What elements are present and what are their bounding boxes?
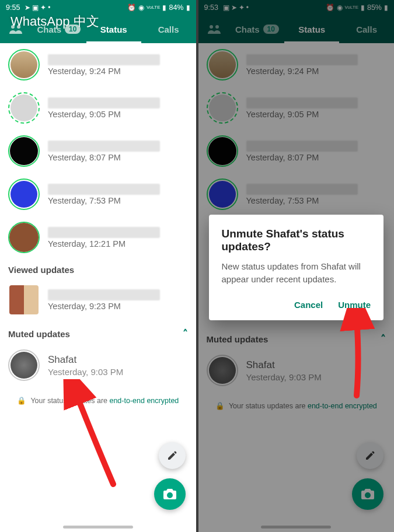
lte-icon: VoLTE <box>147 5 160 10</box>
status-list[interactable]: Yesterday, 9:24 PM Yesterday, 9:05 PM Ye… <box>0 43 196 532</box>
muted-status-row[interactable]: Shafat Yesterday, 9:03 PM <box>0 344 196 387</box>
section-viewed-label: Viewed updates <box>8 265 74 275</box>
battery-text: 84% <box>169 4 183 12</box>
status-row[interactable]: Yesterday, 9:05 PM <box>0 86 196 130</box>
chats-badge: 10 <box>65 24 81 34</box>
status-ring <box>8 49 40 80</box>
status-ring <box>8 178 40 210</box>
camera-fab[interactable] <box>154 478 186 510</box>
wifi-icon: ◉ <box>138 4 144 11</box>
avatar <box>10 137 38 165</box>
status-ring <box>8 349 40 381</box>
status-ring <box>8 135 40 167</box>
status-time: Yesterday, 8:07 PM <box>48 153 188 162</box>
status-row[interactable]: Yesterday, 7:53 PM <box>0 173 196 216</box>
status-time: Yesterday, 9:24 PM <box>48 66 188 76</box>
android-status-bar: 9:55 ➤ ▣ ✦ • ⏰ ◉ VoLTE ▮ 84% ▮ <box>0 0 196 15</box>
status-ring <box>8 222 40 253</box>
right-screenshot: 9:53 ▣ ➤ ✦ • ⏰ ◉ VoLTE ▮ 85% ▮ Chats 10 … <box>196 0 395 532</box>
dialog-title: Unmute Shafat's status updates? <box>222 228 371 253</box>
status-time: Yesterday, 9:23 PM <box>48 302 188 311</box>
status-info: Yesterday, 12:21 PM <box>48 227 188 249</box>
enc-link[interactable]: end-to-end encrypted <box>109 397 179 405</box>
tab-calls-label: Calls <box>158 24 179 34</box>
contact-name-redacted <box>48 141 160 152</box>
contact-name-redacted <box>48 184 160 195</box>
unmute-button[interactable]: Unmute <box>338 300 371 310</box>
status-time: Yesterday, 12:21 PM <box>48 239 188 249</box>
avatar <box>9 285 39 314</box>
tab-chats-label: Chats <box>37 24 61 34</box>
contact-name-redacted <box>48 97 160 108</box>
status-row[interactable]: Yesterday, 9:24 PM <box>0 43 196 86</box>
camera-icon <box>162 488 177 501</box>
avatar <box>9 223 39 252</box>
svg-point-0 <box>11 25 15 29</box>
community-tab[interactable] <box>0 15 32 43</box>
avatar <box>11 181 37 208</box>
svg-point-1 <box>17 25 20 29</box>
unmute-dialog: Unmute Shafat's status updates? New stat… <box>209 215 384 320</box>
alarm-icon: ⏰ <box>127 4 136 11</box>
status-time: Yesterday, 7:53 PM <box>48 196 188 205</box>
top-tabs: Chats 10 Status Calls <box>0 15 196 43</box>
status-time: Yesterday, 9:05 PM <box>48 110 188 119</box>
community-icon <box>9 24 23 34</box>
status-ring <box>8 92 40 124</box>
section-muted-label: Muted updates <box>8 329 70 339</box>
tab-calls[interactable]: Calls <box>141 15 196 43</box>
avatar <box>11 352 37 379</box>
tab-status[interactable]: Status <box>86 15 141 43</box>
status-info: Shafat Yesterday, 9:03 PM <box>48 354 188 377</box>
clock: 9:55 <box>6 4 20 12</box>
contact-name-redacted <box>48 54 160 65</box>
contact-name-redacted <box>48 289 160 300</box>
signal-icon: ▮ <box>162 4 166 11</box>
status-row[interactable]: Yesterday, 8:07 PM <box>0 130 196 173</box>
status-ring <box>8 284 40 316</box>
status-icons-left: ➤ ▣ ✦ • <box>25 4 50 11</box>
image-icon: ▣ <box>32 4 39 11</box>
contact-name: Shafat <box>48 354 188 366</box>
section-viewed: Viewed updates <box>0 259 196 278</box>
status-info: Yesterday, 9:05 PM <box>48 97 188 119</box>
section-muted[interactable]: Muted updates ˄ <box>0 321 196 344</box>
status-info: Yesterday, 7:53 PM <box>48 184 188 205</box>
tab-status-label: Status <box>100 24 127 34</box>
dialog-actions: Cancel Unmute <box>222 300 371 316</box>
lock-icon: 🔒 <box>17 397 26 405</box>
status-info: Yesterday, 9:24 PM <box>48 54 188 76</box>
enc-prefix: Your status updates are <box>30 397 109 405</box>
left-screenshot: WhatsApp 中文 9:55 ➤ ▣ ✦ • ⏰ ◉ VoLTE ▮ 84%… <box>0 0 196 532</box>
send-icon: ➤ <box>25 4 30 11</box>
gesture-bar <box>63 526 133 528</box>
cancel-button[interactable]: Cancel <box>294 300 323 310</box>
contact-name-redacted <box>48 227 160 238</box>
tab-chats[interactable]: Chats 10 <box>32 15 86 43</box>
status-row[interactable]: Yesterday, 12:21 PM <box>0 216 196 259</box>
battery-icon: ▮ <box>186 4 190 11</box>
edit-status-fab[interactable] <box>159 442 186 469</box>
dialog-body: New status updates from Shafat will appe… <box>222 260 371 286</box>
hash-icon: ✦ <box>40 4 46 11</box>
pencil-icon <box>166 450 178 461</box>
avatar <box>11 94 37 121</box>
encryption-notice[interactable]: 🔒 Your status updates are end-to-end enc… <box>0 387 196 411</box>
status-icons-right: ⏰ ◉ VoLTE ▮ 84% ▮ <box>127 4 190 12</box>
dot-icon: • <box>48 4 50 11</box>
avatar <box>11 51 37 78</box>
status-row[interactable]: Yesterday, 9:23 PM <box>0 278 196 321</box>
status-info: Yesterday, 9:23 PM <box>48 289 188 311</box>
chevron-up-icon: ˄ <box>183 327 188 340</box>
status-info: Yesterday, 8:07 PM <box>48 141 188 162</box>
status-time: Yesterday, 9:03 PM <box>48 367 188 377</box>
